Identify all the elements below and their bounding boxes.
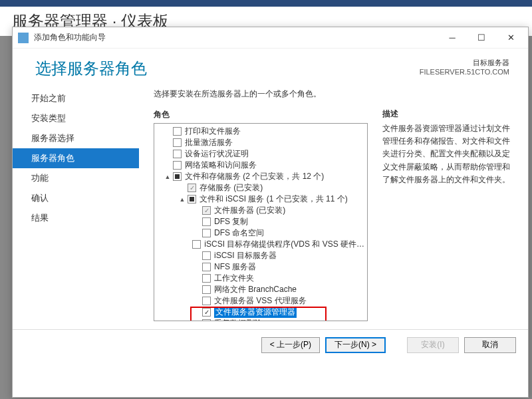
- desc-label: 描述: [382, 108, 515, 120]
- tree-label: DFS 复制: [214, 216, 248, 227]
- tree-label: 设备运行状况证明: [185, 148, 249, 160]
- tree-label: 重复数据删除: [214, 318, 262, 321]
- tree-row[interactable]: iSCSI 目标服务器: [154, 250, 367, 261]
- tree-label: 文件和存储服务 (2 个已安装，共 12 个): [185, 171, 324, 182]
- wizard-dialog: 添加角色和功能向导 ─ ☐ ✕ 选择服务器角色 目标服务器 FILESERVER…: [12, 27, 529, 398]
- prev-button[interactable]: < 上一步(P): [261, 337, 320, 353]
- cancel-button[interactable]: 取消: [464, 337, 516, 353]
- install-button[interactable]: 安装(I): [407, 337, 459, 353]
- tree-row[interactable]: 打印和文件服务: [154, 126, 367, 137]
- tree-row[interactable]: 网络策略和访问服务: [154, 160, 367, 171]
- sidebar-item-2[interactable]: 服务器选择: [13, 128, 139, 148]
- tree-row[interactable]: ▲文件和 iSCSI 服务 (1 个已安装，共 11 个): [154, 194, 367, 205]
- expander-icon[interactable]: ▲: [164, 174, 172, 180]
- minimize-button[interactable]: ─: [438, 29, 467, 47]
- tree-row[interactable]: 网络文件 BranchCache: [154, 284, 367, 295]
- target-label: 目标服务器: [420, 58, 509, 68]
- expander-icon[interactable]: ▲: [178, 196, 186, 203]
- page-title: 选择服务器角色: [35, 58, 147, 79]
- tree-row[interactable]: 文件服务器 (已安装): [154, 205, 367, 216]
- tree-label: iSCSI 目标服务器: [214, 250, 277, 261]
- tree-row[interactable]: 工作文件夹: [154, 273, 367, 284]
- maximize-button[interactable]: ☐: [467, 29, 496, 47]
- tree-row[interactable]: DFS 命名空间: [154, 227, 367, 239]
- checkbox[interactable]: [192, 240, 201, 249]
- window-title: 添加角色和功能向导: [34, 32, 438, 43]
- wizard-sidebar: 开始之前安装类型服务器选择服务器角色功能确认结果: [13, 83, 139, 329]
- tree-label: 文件和 iSCSI 服务 (1 个已安装，共 11 个): [200, 194, 348, 205]
- tree-label: iSCSI 目标存储提供程序(VDS 和 VSS 硬件…: [204, 239, 364, 250]
- checkbox[interactable]: [202, 308, 211, 317]
- checkbox[interactable]: [173, 138, 182, 147]
- target-name: FILESERVER.51CTO.COM: [420, 68, 509, 76]
- checkbox[interactable]: [188, 195, 196, 203]
- tree-row[interactable]: 批量激活服务: [154, 137, 367, 148]
- tree-label: 网络策略和访问服务: [185, 160, 257, 171]
- close-button[interactable]: ✕: [496, 29, 525, 47]
- tree-label: 存储服务 (已安装): [200, 182, 263, 194]
- sidebar-item-5[interactable]: 确认: [13, 188, 139, 208]
- titlebar: 添加角色和功能向导 ─ ☐ ✕: [13, 27, 528, 49]
- sidebar-item-1[interactable]: 安装类型: [13, 108, 139, 128]
- checkbox[interactable]: [202, 229, 211, 237]
- sidebar-item-4[interactable]: 功能: [13, 168, 139, 188]
- target-info: 目标服务器 FILESERVER.51CTO.COM: [420, 58, 509, 76]
- tree-label: 文件服务器 VSS 代理服务: [214, 295, 307, 307]
- checkbox[interactable]: [173, 161, 182, 170]
- tree-label: 工作文件夹: [214, 273, 254, 284]
- checkbox[interactable]: [202, 206, 211, 215]
- tree-label: 网络文件 BranchCache: [214, 284, 297, 295]
- checkbox[interactable]: [202, 297, 211, 305]
- tree-row[interactable]: 存储服务 (已安装): [154, 182, 367, 194]
- tree-row[interactable]: 文件服务器资源管理器: [154, 307, 367, 318]
- footer: < 上一步(P) 下一步(N) > 安装(I) 取消: [13, 329, 528, 360]
- tree-row[interactable]: DFS 复制: [154, 216, 367, 227]
- checkbox[interactable]: [173, 172, 182, 181]
- checkbox[interactable]: [188, 184, 196, 192]
- tree-label: 打印和文件服务: [185, 126, 241, 137]
- next-button[interactable]: 下一步(N) >: [325, 337, 386, 353]
- sidebar-item-3[interactable]: 服务器角色: [13, 148, 139, 168]
- checkbox[interactable]: [202, 319, 211, 321]
- roles-label: 角色: [154, 109, 368, 120]
- checkbox[interactable]: [202, 217, 211, 226]
- tree-row[interactable]: ▲文件和存储服务 (2 个已安装，共 12 个): [154, 171, 367, 182]
- intro-text: 选择要安装在所选服务器上的一个或多个角色。: [154, 88, 368, 100]
- tree-label: 文件服务器资源管理器: [214, 307, 297, 318]
- tree-row[interactable]: iSCSI 目标存储提供程序(VDS 和 VSS 硬件…: [154, 239, 367, 250]
- desc-text: 文件服务器资源管理器通过计划文件管理任务和存储报告、对文件和文件夹进行分类、配置…: [382, 122, 515, 186]
- checkbox[interactable]: [202, 274, 211, 283]
- checkbox[interactable]: [202, 251, 211, 260]
- sidebar-item-6[interactable]: 结果: [13, 208, 139, 228]
- app-icon: [18, 33, 29, 43]
- tree-label: 批量激活服务: [185, 137, 233, 148]
- tree-row[interactable]: 设备运行状况证明: [154, 148, 367, 160]
- tree-label: 文件服务器 (已安装): [214, 205, 285, 216]
- roles-tree[interactable]: 打印和文件服务批量激活服务设备运行状况证明网络策略和访问服务▲文件和存储服务 (…: [154, 123, 368, 321]
- checkbox[interactable]: [173, 127, 182, 136]
- tree-row[interactable]: 重复数据删除: [154, 318, 367, 321]
- tree-row[interactable]: 文件服务器 VSS 代理服务: [154, 295, 367, 307]
- tree-row[interactable]: NFS 服务器: [154, 261, 367, 273]
- checkbox[interactable]: [173, 150, 182, 158]
- sidebar-item-0[interactable]: 开始之前: [13, 88, 139, 108]
- checkbox[interactable]: [202, 285, 211, 294]
- tree-label: NFS 服务器: [214, 261, 256, 273]
- checkbox[interactable]: [202, 263, 211, 271]
- tree-label: DFS 命名空间: [214, 227, 264, 239]
